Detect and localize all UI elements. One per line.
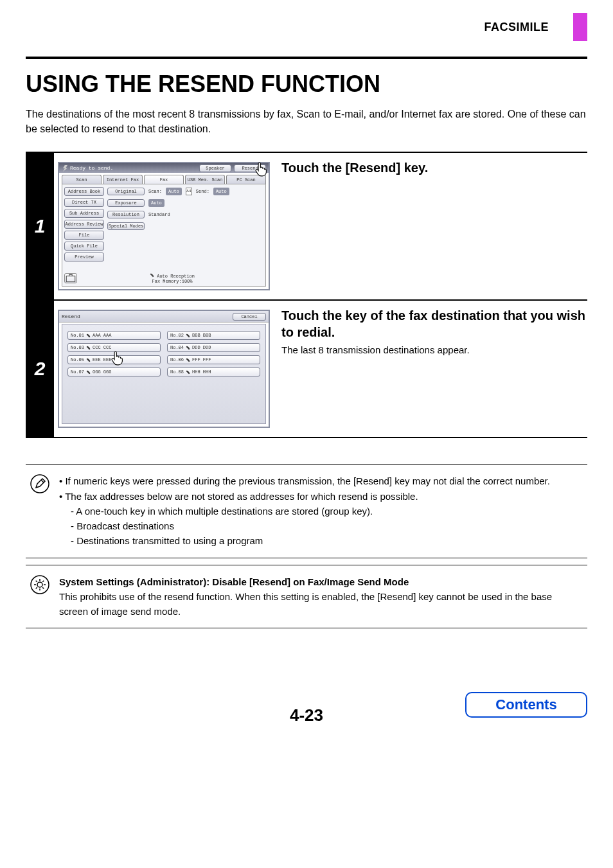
note-box: If numeric keys were pressed during the … [26, 464, 587, 558]
dest-name: EEE EEE [93, 357, 111, 362]
admin-note-body: This prohibits use of the resend functio… [59, 589, 582, 619]
resend-title: Resend [62, 314, 80, 319]
phone-icon [186, 333, 190, 338]
note-subline: Destinations transmitted to using a prog… [71, 533, 582, 548]
dest-name: HHH HHH [192, 369, 211, 375]
step-1-row: 1 Ready to send. Speaker Resend Scan Int… [26, 153, 587, 299]
divider [26, 437, 587, 438]
footer-status: Auto Reception Fax Memory:100% [81, 273, 263, 285]
page-title: USING THE RESEND FUNCTION [26, 71, 587, 98]
gear-circle-icon [30, 574, 50, 595]
destination-item[interactable]: No.01AAA AAA [67, 331, 161, 340]
quick-file-button[interactable]: Quick File [64, 242, 104, 251]
preview-button[interactable]: Preview [64, 252, 104, 261]
destination-item[interactable]: No.07GGG GGG [67, 368, 161, 376]
send-auto-chip: Auto [213, 188, 229, 195]
address-review-button[interactable]: Address Review [64, 220, 104, 229]
destination-item[interactable]: No.02BBB BBB [167, 331, 260, 340]
svg-point-1 [31, 475, 49, 493]
sub-address-button[interactable]: Sub Address [64, 209, 104, 218]
step-number: 1 [26, 153, 54, 299]
dest-name: AAA AAA [93, 333, 111, 338]
lightning-icon [63, 165, 67, 172]
hand-cursor-icon [253, 161, 270, 177]
phone-icon [86, 346, 91, 350]
note-subline: A one-touch key in which multiple destin… [71, 504, 582, 518]
resolution-value: Standard [148, 212, 170, 217]
scan-label: Scan: [148, 189, 162, 194]
phone-icon [186, 370, 190, 375]
dest-name: FFF FFF [192, 357, 211, 362]
step-2-heading: Touch the key of the fax destination tha… [281, 307, 587, 341]
dest-no: No.08 [170, 369, 184, 375]
contents-button[interactable]: Contents [465, 692, 587, 718]
svg-line-9 [42, 587, 44, 589]
admin-note-title: System Settings (Administrator): Disable… [59, 574, 582, 589]
svg-line-8 [36, 580, 37, 581]
dest-no: No.04 [170, 345, 184, 350]
intro-text: The destinations of the most recent 8 tr… [26, 107, 587, 136]
auto-reception-label: Auto Reception [157, 274, 195, 279]
toolbox-icon[interactable] [64, 273, 77, 283]
file-button[interactable]: File [64, 231, 104, 240]
note-line: The fax addresses below are not stored a… [59, 489, 582, 504]
fax-memory-label: Fax Memory:100% [152, 279, 192, 284]
status-text: Ready to send. [70, 165, 113, 171]
cancel-button[interactable]: Cancel [233, 313, 266, 321]
dest-no: No.07 [71, 369, 84, 375]
tab-usb-mem-scan[interactable]: USB Mem. Scan [185, 175, 225, 184]
destination-item[interactable]: No.08HHH HHH [167, 368, 260, 376]
svg-line-11 [42, 580, 44, 581]
magenta-tab-icon [573, 13, 587, 41]
destination-item[interactable]: No.06FFF FFF [167, 355, 260, 364]
contents-label: Contents [495, 696, 556, 713]
step-1-heading: Touch the [Resend] key. [281, 159, 587, 176]
section-label: FACSIMILE [484, 21, 549, 34]
dest-no: No.01 [71, 333, 84, 338]
phone-icon [86, 333, 91, 338]
phone-receive-icon [150, 273, 154, 278]
dest-no: No.02 [170, 333, 184, 338]
address-book-button[interactable]: Address Book [64, 187, 104, 196]
step-2-row: 2 Resend Cancel No.01AAA AAA No.02BBB BB… [26, 301, 587, 437]
dest-name: GGG GGG [93, 369, 111, 375]
resolution-button[interactable]: Resolution [107, 211, 145, 218]
dest-name: CCC CCC [93, 345, 111, 350]
exposure-value: Auto [148, 199, 164, 207]
svg-point-2 [31, 576, 49, 594]
top-rule [26, 57, 587, 59]
dest-no: No.05 [71, 357, 84, 362]
svg-rect-0 [66, 276, 75, 282]
dest-name: DDD DDD [192, 345, 211, 350]
phone-icon [86, 358, 91, 362]
svg-point-3 [37, 582, 42, 587]
phone-icon [186, 358, 190, 362]
dest-no: No.06 [170, 357, 184, 362]
tab-scan[interactable]: Scan [62, 175, 102, 184]
destination-grid: No.01AAA AAA No.02BBB BBB No.03CCC CCC N… [67, 331, 260, 376]
special-modes-button[interactable]: Special Modes [107, 222, 145, 230]
destination-item[interactable]: No.04DDD DDD [167, 343, 260, 352]
dest-name: BBB BBB [192, 333, 211, 338]
exposure-button[interactable]: Exposure [107, 199, 145, 207]
svg-line-10 [36, 587, 37, 589]
note-line: If numeric keys were pressed during the … [59, 474, 582, 488]
direct-tx-button[interactable]: Direct TX [64, 198, 104, 207]
page-header: FACSIMILE [26, 13, 587, 41]
note-subline: Broadcast destinations [71, 518, 582, 533]
scan-auto-chip: Auto [166, 188, 182, 195]
resend-list-screen: Resend Cancel No.01AAA AAA No.02BBB BBB … [58, 310, 270, 428]
speaker-button[interactable]: Speaker [199, 164, 231, 172]
tab-internet-fax[interactable]: Internet Fax [103, 175, 143, 184]
step-2-subtext: The last 8 transmission destinations app… [281, 344, 587, 355]
step-number: 2 [26, 301, 54, 437]
pencil-circle-icon [30, 474, 50, 494]
fax-base-screen: Ready to send. Speaker Resend Scan Inter… [58, 162, 270, 290]
tab-fax[interactable]: Fax [144, 175, 184, 184]
send-label: Send: [196, 189, 209, 194]
hand-cursor-icon [109, 350, 126, 366]
phone-icon [186, 346, 190, 350]
dest-no: No.03 [71, 345, 84, 350]
original-button[interactable]: Original [107, 188, 145, 195]
phone-icon [86, 370, 91, 375]
